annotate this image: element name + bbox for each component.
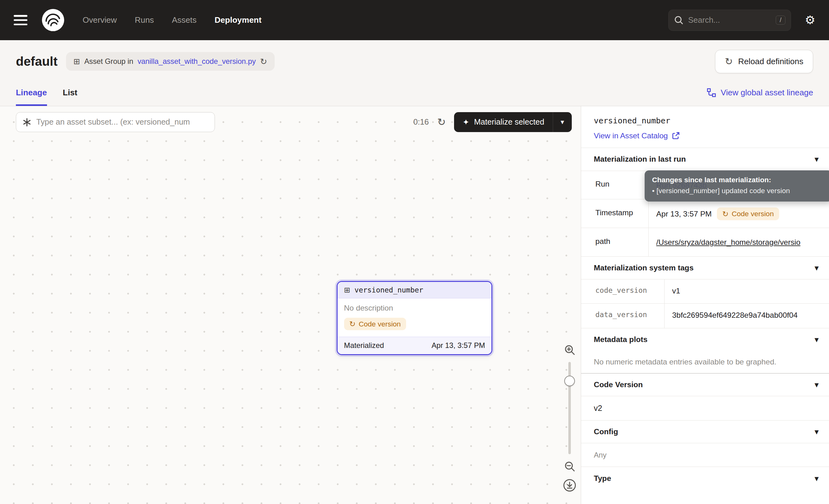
section-heading: Materialization system tags — [594, 263, 693, 272]
chevron-down-icon[interactable]: ▾ — [815, 155, 819, 164]
row-label: Timestamp — [581, 200, 649, 228]
zoom-in-button[interactable] — [563, 344, 576, 356]
sparkle-icon: ✦ — [463, 117, 469, 127]
config-value: Any — [581, 443, 829, 467]
path-link[interactable]: /Users/sryza/dagster_home/storage/versio — [656, 238, 800, 247]
section-materialization-in-last-run[interactable]: Materialization in last run ▾ — [581, 148, 829, 171]
sidebar-asset-name: versioned_number — [594, 116, 817, 125]
tab-list[interactable]: List — [63, 79, 77, 106]
chevron-down-icon[interactable]: ▾ — [815, 335, 819, 344]
zoom-out-button[interactable] — [563, 460, 576, 473]
lineage-canvas[interactable]: 0:16 ↻ ✦ Materialize selected ▾ ⊞ versio… — [0, 106, 581, 504]
materialize-selected-button[interactable]: ✦ Materialize selected ▾ — [454, 112, 572, 132]
materialized-status-label: Materialized — [344, 341, 384, 350]
asset-detail-sidebar: versioned_number View in Asset Catalog M… — [581, 106, 829, 504]
chevron-down-icon[interactable]: ▾ — [815, 474, 819, 483]
view-global-asset-lineage-link[interactable]: View global asset lineage — [707, 88, 813, 98]
page-title: default — [16, 54, 58, 69]
tooltip-title: Changes since last materialization: — [652, 176, 825, 184]
row-label: data_version — [581, 304, 665, 328]
reload-definitions-button[interactable]: ↻ Reload definitions — [715, 50, 813, 73]
nav-overview[interactable]: Overview — [82, 15, 117, 25]
tag-value: v1 — [672, 287, 680, 295]
section-heading: Metadata plots — [594, 335, 648, 344]
section-materialization-system-tags[interactable]: Materialization system tags ▾ — [581, 257, 829, 279]
zoom-slider[interactable] — [563, 362, 576, 454]
refresh-icon[interactable]: ↻ — [437, 117, 446, 127]
table-row: Timestamp Apr 13, 3:57 PM ↻ Code version — [581, 200, 829, 228]
asset-node-versioned-number[interactable]: ⊞ versioned_number No description ↻ Code… — [337, 281, 492, 355]
refresh-icon[interactable]: ↻ — [260, 57, 267, 66]
nav-assets[interactable]: Assets — [172, 15, 196, 25]
asset-subset-input[interactable] — [36, 117, 208, 127]
chevron-down-icon[interactable]: ▾ — [815, 380, 819, 389]
main-nav: Overview Runs Assets Deployment — [82, 15, 262, 25]
search-icon — [674, 15, 684, 25]
chevron-down-icon[interactable]: ▾ — [815, 427, 819, 436]
view-in-asset-catalog-label: View in Asset Catalog — [594, 132, 668, 140]
asset-node-body: No description ↻ Code version — [337, 298, 492, 337]
chevron-down-icon[interactable]: ▾ — [815, 263, 819, 272]
code-version-value: v2 — [581, 396, 829, 421]
code-version-icon: ↻ — [722, 210, 728, 218]
section-type[interactable]: Type ▾ — [581, 467, 829, 489]
reload-definitions-label: Reload definitions — [738, 57, 803, 66]
sidebar-header: versioned_number View in Asset Catalog — [581, 106, 829, 148]
metadata-plots-empty-message: No numeric metadata entries available to… — [581, 351, 829, 373]
table-row: code_version v1 — [581, 279, 829, 304]
asset-subset-filter[interactable] — [16, 112, 215, 132]
menu-button[interactable] — [14, 15, 27, 25]
asset-selector-icon — [23, 118, 31, 127]
changes-since-last-materialization-tooltip: Changes since last materialization: • [v… — [645, 170, 829, 202]
code-version-badge: ↻ Code version — [344, 318, 406, 330]
table-icon: ⊞ — [344, 286, 350, 294]
tabs-row: Lineage List View global asset lineage — [0, 79, 829, 106]
nav-deployment[interactable]: Deployment — [215, 15, 262, 25]
reload-icon: ↻ — [725, 57, 733, 66]
row-label: path — [581, 228, 649, 256]
tag-value: 3bfc269594ef649228e9a74bab00f04 — [672, 311, 798, 320]
section-config[interactable]: Config ▾ — [581, 421, 829, 443]
search-shortcut-key: / — [776, 15, 785, 24]
table-row: data_version 3bfc269594ef649228e9a74bab0… — [581, 304, 829, 328]
section-heading: Config — [594, 427, 618, 436]
row-label: code_version — [581, 279, 665, 303]
code-version-badge-label: Code version — [731, 210, 773, 218]
download-image-button[interactable] — [563, 478, 576, 492]
search-box[interactable]: / — [668, 10, 791, 31]
asset-node-name: versioned_number — [354, 286, 423, 294]
external-link-icon — [672, 132, 680, 140]
materialize-selected-label: Materialize selected — [474, 117, 544, 127]
topbar: Overview Runs Assets Deployment / ⚙ — [0, 0, 829, 40]
view-in-asset-catalog-link[interactable]: View in Asset Catalog — [594, 132, 680, 140]
asset-group-badge: ⊞ Asset Group in vanilla_asset_with_code… — [66, 52, 275, 71]
canvas-toolbar: 0:16 ↻ ✦ Materialize selected ▾ — [16, 112, 572, 132]
lineage-icon — [707, 88, 716, 97]
grid-icon: ⊞ — [73, 57, 80, 66]
section-heading: Type — [594, 474, 611, 483]
asset-node-header: ⊞ versioned_number — [337, 282, 492, 298]
code-file-link[interactable]: vanilla_asset_with_code_version.py — [138, 57, 256, 66]
section-code-version[interactable]: Code Version ▾ — [581, 373, 829, 396]
tab-lineage[interactable]: Lineage — [16, 79, 47, 106]
content: 0:16 ↻ ✦ Materialize selected ▾ ⊞ versio… — [0, 106, 829, 504]
row-label: Run — [581, 171, 649, 200]
view-global-asset-lineage-label: View global asset lineage — [721, 88, 813, 98]
code-version-badge-label: Code version — [359, 320, 401, 328]
section-heading: Materialization in last run — [594, 155, 686, 164]
section-heading: Code Version — [594, 380, 643, 389]
timestamp-value: Apr 13, 3:57 PM — [656, 210, 712, 218]
code-version-badge: ↻ Code version — [717, 208, 779, 220]
table-row: path /Users/sryza/dagster_home/storage/v… — [581, 228, 829, 257]
refresh-timer: 0:16 — [413, 117, 429, 127]
tooltip-body: • [versioned_number] updated code versio… — [652, 187, 825, 195]
dagster-logo[interactable] — [41, 8, 65, 32]
code-version-icon: ↻ — [350, 320, 356, 328]
search-input[interactable] — [688, 15, 771, 25]
settings-gear-icon[interactable]: ⚙ — [805, 14, 815, 26]
materialize-dropdown-caret[interactable]: ▾ — [553, 112, 572, 132]
zoom-slider-handle[interactable] — [564, 376, 575, 386]
section-metadata-plots[interactable]: Metadata plots ▾ — [581, 328, 829, 351]
nav-runs[interactable]: Runs — [135, 15, 154, 25]
app-root: Overview Runs Assets Deployment / ⚙ defa… — [0, 0, 829, 504]
